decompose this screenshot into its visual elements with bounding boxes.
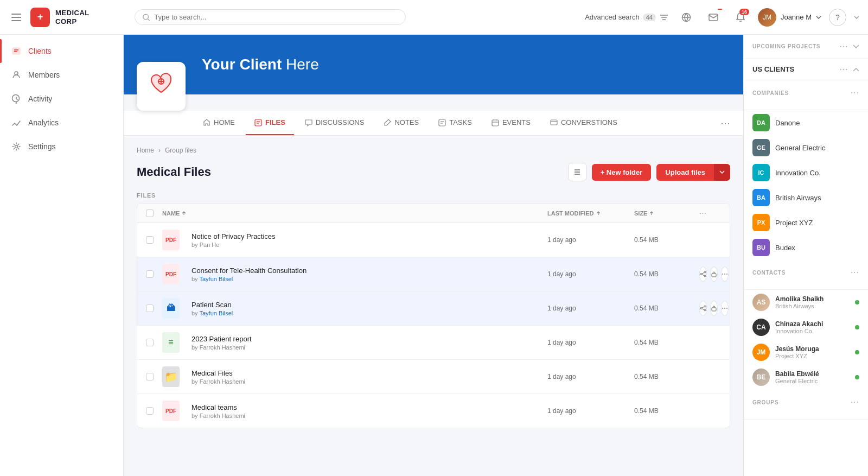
table-row[interactable]: PDF Medical teams by Farrokh Hashemi 1 d… — [137, 394, 730, 428]
filter-icon — [659, 12, 669, 22]
row-checkbox[interactable] — [146, 236, 154, 244]
us-clients-header[interactable]: US CLIENTS ⋯ — [744, 59, 868, 80]
us-clients-more[interactable]: ⋯ — [839, 64, 848, 74]
us-clients-label: US CLIENTS — [752, 65, 794, 73]
sidebar-item-activity[interactable]: Activity — [0, 87, 123, 111]
file-size: 0.54 MB — [634, 373, 699, 380]
search-input[interactable] — [154, 13, 398, 21]
more-button[interactable]: ⋯ — [721, 301, 729, 316]
home-tab-icon — [203, 119, 210, 126]
sidebar-item-settings[interactable]: Settings — [0, 135, 123, 158]
breadcrumb-home[interactable]: Home — [137, 147, 154, 154]
tabs-more-button[interactable]: ⋯ — [720, 117, 730, 129]
collapse-sidebar-button[interactable] — [9, 10, 24, 25]
contact-avatar-amolika: AS — [752, 294, 770, 311]
table-row[interactable]: 🏔 Patient Scan by Tayfun Bilsel 1 day ag… — [137, 291, 730, 326]
us-clients-chevron-icon[interactable] — [853, 67, 859, 72]
tab-notes[interactable]: NOTES — [375, 111, 427, 135]
file-name: Notice of Privacy Practices — [192, 232, 276, 240]
row-checkbox[interactable] — [146, 270, 154, 278]
topbar-right: Advanced search 44 16 JM Joanne M ? — [585, 8, 859, 27]
list-view-button[interactable] — [568, 163, 586, 181]
groups-more[interactable]: ··· — [851, 397, 859, 407]
file-info: Medical Files by Farrokh Hashemi — [185, 369, 252, 385]
file-size: 0.54 MB — [634, 304, 699, 312]
col-header-size[interactable]: SIZE — [634, 210, 699, 217]
company-name-ge: General Electric — [775, 144, 825, 152]
company-item-da[interactable]: DA Danone — [744, 110, 868, 135]
company-item-ba[interactable]: BA British Airways — [744, 185, 868, 210]
advanced-search-button[interactable]: Advanced search 44 — [585, 12, 669, 22]
globe-button[interactable] — [676, 8, 696, 27]
col-header-modified[interactable]: LAST MODIFIED — [547, 210, 634, 217]
contact-item-chinaza[interactable]: CA Chinaza Akachi Innovation Co. — [744, 315, 868, 340]
share-button[interactable] — [699, 301, 707, 316]
sidebar-item-members[interactable]: Members — [0, 63, 123, 87]
user-menu[interactable]: JM Joanne M — [758, 8, 821, 27]
svg-point-12 — [15, 72, 18, 75]
file-modified: 1 day ago — [547, 339, 634, 346]
tab-tasks[interactable]: TASKS — [430, 111, 481, 135]
upload-files-button[interactable]: Upload files — [656, 164, 714, 181]
svg-point-38 — [704, 306, 706, 307]
pdf-icon: PDF — [162, 401, 180, 421]
upcoming-projects-header[interactable]: UPCOMING PROJECTS ⋯ — [744, 35, 868, 58]
upload-dropdown-button[interactable] — [714, 164, 730, 181]
upcoming-chevron-icon[interactable] — [853, 45, 859, 49]
file-name: Medical teams — [192, 403, 245, 411]
lock-button[interactable] — [710, 301, 718, 316]
select-all-checkbox[interactable] — [146, 210, 154, 217]
share-button[interactable] — [699, 266, 707, 282]
user-name: Joanne M — [781, 13, 812, 21]
company-item-bu[interactable]: BU Budex — [744, 235, 868, 260]
tabs-bar: HOME FILES DISCUSSIONS NOTES TASKS EVENT… — [124, 111, 743, 136]
file-info-cell: PDF Medical teams by Farrokh Hashemi — [162, 401, 547, 421]
sidebar-item-clients[interactable]: Clients — [0, 39, 123, 63]
new-folder-button[interactable]: + New folder — [592, 164, 652, 181]
svg-point-34 — [700, 274, 702, 275]
table-row[interactable]: PDF Consent for Tele-Health Consultation… — [137, 257, 730, 291]
row-checkbox[interactable] — [146, 304, 154, 312]
help-button[interactable]: ? — [829, 9, 846, 26]
pdf-icon: PDF — [162, 230, 180, 250]
contact-item-amolika[interactable]: AS Amolika Shaikh British Airways — [744, 290, 868, 315]
contact-info-babila: Babila Ebwélé General Electric — [775, 370, 850, 384]
company-item-px[interactable]: PX Project XYZ — [744, 210, 868, 235]
contacts-more[interactable]: ··· — [851, 268, 859, 277]
svg-point-40 — [700, 308, 702, 309]
upcoming-projects-more[interactable]: ⋯ — [839, 41, 848, 52]
table-row[interactable]: ≡ 2023 Patient report by Farrokh Hashemi… — [137, 326, 730, 360]
more-button[interactable]: ⋯ — [721, 266, 729, 282]
col-header-name[interactable]: NAME — [162, 210, 547, 217]
row-checkbox[interactable] — [146, 339, 154, 346]
row-actions: ⋯ — [699, 266, 721, 282]
sidebar-label-members: Members — [28, 71, 60, 79]
files-section-label: FILES — [137, 192, 730, 199]
file-info: Consent for Tele-Health Consultation by … — [185, 266, 313, 282]
file-info-cell: ≡ 2023 Patient report by Farrokh Hashemi — [162, 332, 547, 353]
contact-info-jesus: Jesús Moruga Project XYZ — [775, 345, 850, 359]
file-actions: + New folder Upload files — [568, 163, 730, 181]
company-item-ge[interactable]: GE General Electric — [744, 135, 868, 160]
tab-events[interactable]: EVENTS — [483, 111, 539, 135]
tab-conversations[interactable]: CONVERSTIONS — [541, 111, 626, 135]
tab-files[interactable]: FILES — [246, 111, 294, 135]
table-row[interactable]: PDF Notice of Privacy Practices by Pan H… — [137, 223, 730, 257]
contacts-label: CONTACTS — [752, 270, 786, 276]
tab-discussions[interactable]: DISCUSSIONS — [296, 111, 373, 135]
table-row[interactable]: 📁 Medical Files by Farrokh Hashemi 1 day… — [137, 360, 730, 394]
companies-more[interactable]: ··· — [851, 88, 859, 98]
table-header: NAME LAST MODIFIED SIZE ⋯ — [137, 204, 730, 223]
lock-button[interactable] — [710, 266, 718, 282]
global-search-box[interactable] — [135, 9, 406, 25]
mail-button[interactable] — [704, 8, 723, 27]
notification-button[interactable]: 16 — [731, 8, 750, 27]
contact-item-babila[interactable]: BE Babila Ebwélé General Electric — [744, 365, 868, 390]
sidebar-item-analytics[interactable]: Analytics — [0, 111, 123, 135]
contact-item-jesus[interactable]: JM Jesús Moruga Project XYZ — [744, 340, 868, 365]
tab-home[interactable]: HOME — [194, 111, 244, 135]
file-info-cell: PDF Notice of Privacy Practices by Pan H… — [162, 230, 547, 250]
row-checkbox[interactable] — [146, 373, 154, 380]
company-item-ic[interactable]: IC Innovation Co. — [744, 160, 868, 185]
row-checkbox[interactable] — [146, 407, 154, 415]
